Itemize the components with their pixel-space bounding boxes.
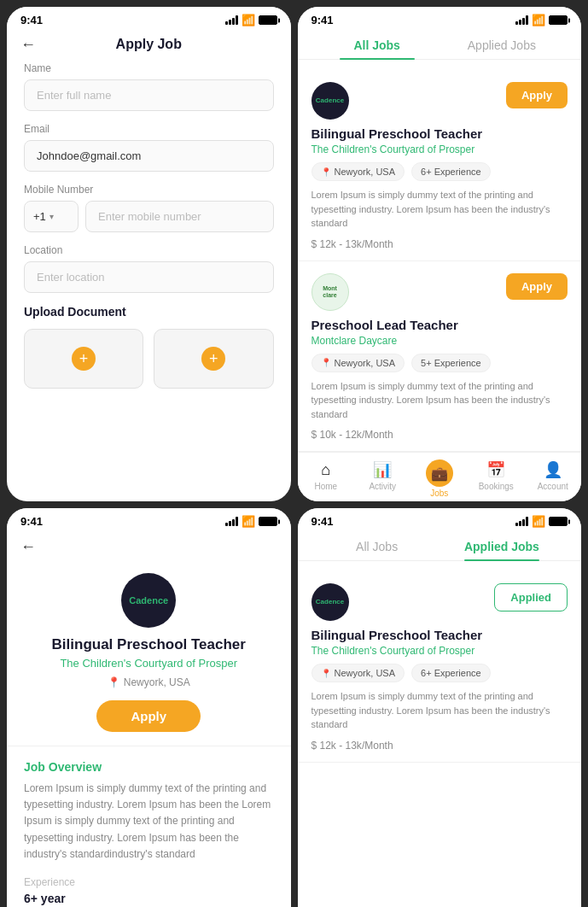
status-bar: 9:41 📶 xyxy=(298,508,582,531)
applied-job-title-1: Bilingual Preschool Teacher xyxy=(311,628,568,642)
detail-apply-button[interactable]: Apply xyxy=(96,700,201,732)
nav-bookings[interactable]: 📅 Bookings xyxy=(468,459,525,498)
tab-bar: All Jobs Applied Jobs xyxy=(298,30,582,60)
job-salary-2: $ 10k - 12k/Month xyxy=(311,428,568,441)
chevron-down-icon: ▾ xyxy=(49,212,54,221)
bookings-icon: 📅 xyxy=(486,459,506,480)
detail-content: Job Overview Lorem Ipsum is simply dummy… xyxy=(7,746,291,907)
pin-icon-2: 📍 xyxy=(321,358,331,367)
overview-text: Lorem Ipsum is simply dummy text of the … xyxy=(24,781,274,863)
battery-icon xyxy=(259,15,277,25)
nav-bookings-label: Bookings xyxy=(479,482,514,491)
status-time: 9:41 xyxy=(311,515,334,528)
applied-experience-tag-1: 6+ Experience xyxy=(411,664,491,682)
battery-icon xyxy=(549,517,568,526)
overview-title: Job Overview xyxy=(24,760,274,774)
job-card-2: Montclare Apply Preschool Lead Teacher M… xyxy=(298,261,582,453)
detail-company-section: Cadence Bilingual Preschool Teacher The … xyxy=(7,566,291,746)
status-bar: 9:41 📶 xyxy=(7,7,291,30)
job-tags-1: 📍 Newyork, USA 6+ Experience xyxy=(311,162,568,181)
nav-activity[interactable]: 📊 Activity xyxy=(354,459,411,498)
experience-label: Experience xyxy=(24,876,274,888)
nav-home-label: Home xyxy=(314,482,337,491)
country-code-select[interactable]: +1 ▾ xyxy=(24,201,79,232)
page-title: Apply Job xyxy=(116,37,182,52)
status-time: 9:41 xyxy=(20,515,43,528)
applied-job-card-1: Cadence Applied Bilingual Preschool Teac… xyxy=(298,571,582,763)
tab-all-jobs-2[interactable]: All Jobs xyxy=(315,531,440,560)
job-tags-2: 📍 Newyork, USA 5+ Experience xyxy=(311,354,568,372)
nav-account[interactable]: 👤 Account xyxy=(525,459,582,498)
applied-company-logo-1: Cadence xyxy=(311,583,349,621)
nav-jobs[interactable]: 💼 Jobs xyxy=(411,459,469,498)
applied-job-salary-1: $ 12k - 13k/Month xyxy=(311,739,568,752)
tab-bar-applied: All Jobs Applied Jobs xyxy=(298,531,582,561)
pin-icon-applied: 📍 xyxy=(321,669,331,678)
mobile-input[interactable] xyxy=(85,201,274,232)
apply-button-1[interactable]: Apply xyxy=(506,82,568,108)
bottom-nav: ⌂ Home 📊 Activity 💼 Jobs 📅 Bookings 👤 Ac… xyxy=(298,452,582,501)
company-logo-1: Cadence xyxy=(311,82,349,120)
status-icons: 📶 xyxy=(225,14,277,26)
applied-status-button-1[interactable]: Applied xyxy=(494,583,568,611)
account-icon: 👤 xyxy=(543,459,563,480)
home-icon: ⌂ xyxy=(316,459,336,480)
name-input[interactable] xyxy=(24,79,274,111)
upload-add-icon-1: + xyxy=(72,347,96,371)
upload-box-2[interactable]: + xyxy=(154,329,273,389)
job-card-2-header: Montclare Apply xyxy=(311,273,568,311)
location-pin-icon: 📍 xyxy=(108,676,120,688)
pin-icon: 📍 xyxy=(321,167,331,177)
wifi-icon: 📶 xyxy=(532,14,545,26)
applied-job-desc-1: Lorem Ipsum is simply dummy text of the … xyxy=(311,689,568,732)
detail-header: ← xyxy=(7,531,291,566)
location-label: Location xyxy=(24,244,274,256)
experience-value: 6+ year xyxy=(24,892,274,905)
applied-location-tag-1: 📍 Newyork, USA xyxy=(311,664,405,682)
email-input[interactable] xyxy=(24,140,274,172)
upload-add-icon-2: + xyxy=(201,347,225,371)
job-title-1: Bilingual Preschool Teacher xyxy=(311,126,568,141)
location-input[interactable] xyxy=(24,261,274,293)
upload-row: + + xyxy=(24,329,274,389)
back-button[interactable]: ← xyxy=(20,538,36,556)
experience-tag-2: 5+ Experience xyxy=(411,354,491,372)
tab-applied-jobs[interactable]: Applied Jobs xyxy=(440,30,564,59)
job-list-screen: 9:41 📶 All Jobs Applied Jobs Cadence App… xyxy=(298,7,582,501)
mobile-row: +1 ▾ xyxy=(24,201,274,232)
signal-icon xyxy=(225,517,238,526)
battery-icon xyxy=(259,517,277,526)
job-title-2: Preschool Lead Teacher xyxy=(311,318,568,332)
tab-applied-jobs-2[interactable]: Applied Jobs xyxy=(440,531,564,560)
applied-job-card-1-header: Cadence Applied xyxy=(311,583,568,621)
email-label: Email xyxy=(24,123,274,135)
status-bar: 9:41 📶 xyxy=(7,508,291,531)
signal-icon xyxy=(515,15,528,25)
nav-account-label: Account xyxy=(538,482,568,491)
status-time: 9:41 xyxy=(20,14,43,26)
apply-job-screen: 9:41 📶 ← Apply Job Name Email Mobile Num… xyxy=(7,7,291,501)
job-card-1-header: Cadence Apply xyxy=(311,82,568,120)
apply-button-2[interactable]: Apply xyxy=(506,273,568,300)
upload-box-1[interactable]: + xyxy=(24,329,143,389)
country-code-value: +1 xyxy=(33,210,46,223)
status-icons: 📶 xyxy=(225,515,277,528)
company-name-1: The Children's Courtyard of Prosper xyxy=(311,143,568,155)
tab-all-jobs[interactable]: All Jobs xyxy=(315,30,440,59)
location-tag-2: 📍 Newyork, USA xyxy=(311,354,405,372)
wifi-icon: 📶 xyxy=(242,515,255,528)
activity-icon: 📊 xyxy=(372,459,393,480)
status-bar: 9:41 📶 xyxy=(298,7,582,30)
nav-home[interactable]: ⌂ Home xyxy=(298,459,355,498)
battery-icon xyxy=(549,15,568,25)
back-button[interactable]: ← xyxy=(20,36,36,54)
detail-company-logo: Cadence xyxy=(121,573,176,628)
upload-document-label: Upload Document xyxy=(24,305,274,319)
experience-tag-1: 6+ Experience xyxy=(411,162,491,181)
status-time: 9:41 xyxy=(311,14,334,26)
wifi-icon: 📶 xyxy=(532,515,545,528)
wifi-icon: 📶 xyxy=(242,14,255,26)
name-label: Name xyxy=(24,62,274,74)
jobs-icon: 💼 xyxy=(426,459,453,487)
nav-jobs-label: Jobs xyxy=(430,489,448,498)
